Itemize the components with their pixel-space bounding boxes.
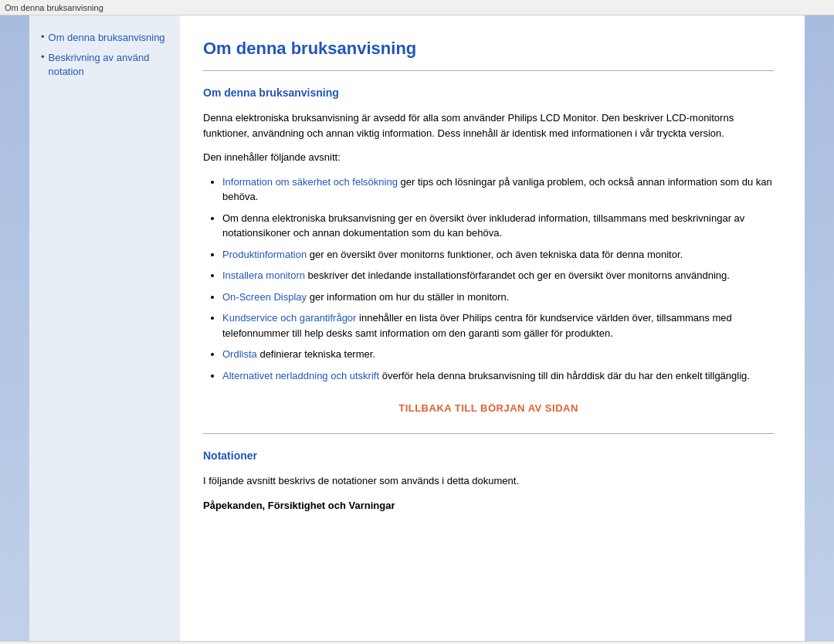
left-accent-bar: [0, 15, 29, 641]
sidebar-nav: Om denna bruksanvisning Beskrivning av a…: [41, 31, 168, 80]
page-title: Om denna bruksanvisning: [203, 39, 774, 59]
section2-heading: Notationer: [203, 449, 774, 462]
top-divider: [203, 70, 774, 71]
back-to-top: TILLBAKA TILL BÖRJAN AV SIDAN: [203, 402, 774, 414]
link-installera[interactable]: Installera monitorn: [222, 269, 305, 281]
sidebar: Om denna bruksanvisning Beskrivning av a…: [29, 15, 180, 641]
list-item: Installera monitorn beskriver det inleda…: [222, 268, 774, 283]
list-item: Produktinformation ger en översikt över …: [222, 247, 774, 263]
content-area: Om denna bruksanvisning Om denna bruksan…: [180, 15, 805, 641]
link-kundservice[interactable]: Kundservice och garantifrågor: [222, 312, 356, 324]
section1-heading: Om denna bruksanvisning: [203, 86, 774, 99]
link-osd[interactable]: On-Screen Display: [222, 291, 307, 303]
section2-bold-text: Påpekanden, Försiktighet och Varningar: [203, 498, 774, 514]
sidebar-item: Om denna bruksanvisning: [41, 31, 168, 45]
list-item: On-Screen Display ger information om hur…: [222, 290, 774, 305]
status-bar: file:///D|/EDFU/LCD/200XW7/manual/SWEDIS…: [0, 641, 834, 644]
right-accent-bar: [805, 15, 834, 641]
list-item: Ordlista definierar tekniska termer.: [222, 347, 774, 362]
section1-paragraph1: Denna elektroniska bruksanvisning är avs…: [203, 110, 774, 141]
section1-paragraph2: Den innehåller följande avsnitt:: [203, 150, 774, 165]
link-nerladdning[interactable]: Alternativet nerladdning och utskrift: [222, 370, 379, 381]
list-item: Information om säkerhet och felsökning g…: [222, 175, 774, 205]
link-produktinfo[interactable]: Produktinformation: [222, 249, 307, 260]
link-safety[interactable]: Information om säkerhet och felsökning: [222, 176, 398, 188]
bullet-list: Information om säkerhet och felsökning g…: [203, 175, 774, 384]
sidebar-link-om-denna[interactable]: Om denna bruksanvisning: [49, 31, 165, 45]
section-divider: [203, 433, 774, 434]
title-bar: Om denna bruksanvisning: [0, 0, 834, 15]
link-ordlista[interactable]: Ordlista: [222, 348, 257, 360]
list-item: Kundservice och garantifrågor innehåller…: [222, 310, 774, 341]
title-bar-text: Om denna bruksanvisning: [5, 3, 103, 12]
sidebar-link-notationer[interactable]: Beskrivning av använd notation: [49, 51, 168, 79]
main-layout: Om denna bruksanvisning Beskrivning av a…: [0, 15, 834, 641]
sidebar-item: Beskrivning av använd notation: [41, 51, 168, 79]
list-item: Alternativet nerladdning och utskrift öv…: [222, 368, 774, 384]
section2-paragraph1: I följande avsnitt beskrivs de notatione…: [203, 473, 774, 489]
back-to-top-link[interactable]: TILLBAKA TILL BÖRJAN AV SIDAN: [398, 402, 578, 414]
list-item: Om denna elektroniska bruksanvisning ger…: [222, 211, 774, 241]
